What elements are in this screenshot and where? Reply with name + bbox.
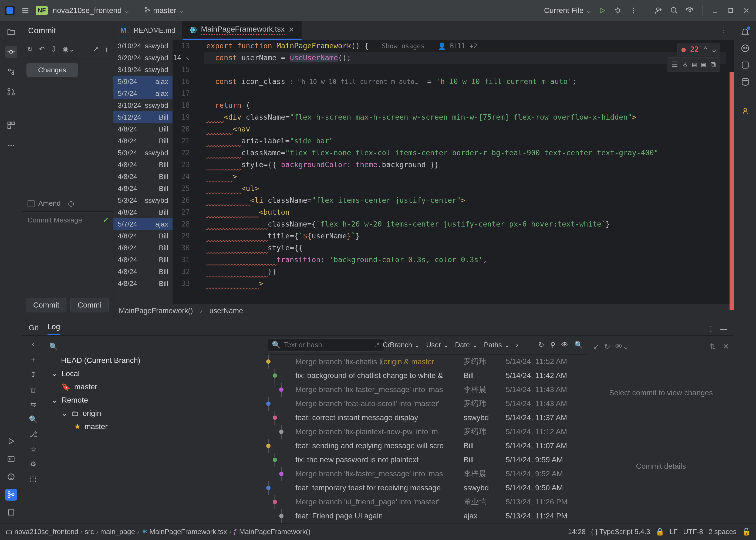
blame-row[interactable]: 5/3/24sswybd: [113, 147, 173, 159]
error-stripe[interactable]: [726, 40, 734, 304]
collapse-icon[interactable]: ‹: [32, 340, 34, 348]
copy-icon[interactable]: ⧉: [711, 60, 716, 69]
reader-mode-toolbar[interactable]: ☰ ♁ ▤ ▣ ⧉: [667, 57, 720, 72]
services-tool-icon[interactable]: [5, 119, 17, 131]
undo-icon[interactable]: ↶: [39, 45, 45, 54]
find-log-icon[interactable]: 🔍: [574, 341, 583, 349]
problems-tool-icon[interactable]: [5, 471, 17, 483]
blame-row[interactable]: 4/8/24Bill: [113, 254, 173, 266]
blame-row[interactable]: 4/8/24Bill: [113, 183, 173, 195]
terminal-tool-icon[interactable]: [5, 453, 17, 465]
project-tool-icon[interactable]: [5, 26, 17, 38]
changes-tab[interactable]: Changes: [27, 63, 78, 77]
run-config[interactable]: Current File ⌄: [544, 6, 592, 15]
blame-row[interactable]: 5/12/24Bill: [113, 111, 173, 123]
filter-branch[interactable]: Branch ⌄: [390, 341, 420, 349]
tree-origin-master[interactable]: ★master: [44, 420, 263, 433]
log-search-input[interactable]: [284, 341, 372, 349]
refresh-log-icon[interactable]: ↻: [538, 341, 544, 349]
tree-local[interactable]: ⌄Local: [44, 367, 263, 380]
checkout-icon[interactable]: ↧: [30, 371, 36, 379]
ai-assistant-icon[interactable]: [741, 44, 750, 53]
find-branch-icon[interactable]: 🔍: [29, 415, 38, 424]
code-editor[interactable]: ●22 ⌃ ⌄ ☰ ♁ ▤ ▣ ⧉ export function MainPa…: [204, 40, 726, 304]
details-close-icon[interactable]: ✕: [723, 342, 729, 351]
history-icon[interactable]: ◷: [68, 199, 74, 207]
tabs-more-icon[interactable]: ⋮: [714, 21, 734, 40]
blame-row[interactable]: 4/8/24Bill: [113, 123, 173, 135]
commit-row[interactable]: Merge branch 'feat-auto-scroll' into 'ma…: [263, 397, 588, 411]
close-tab-icon[interactable]: ✕: [288, 26, 294, 34]
build-tool-icon[interactable]: [5, 506, 17, 518]
commit-row[interactable]: Merge branch 'ui_friend_page' into 'mast…: [263, 495, 588, 509]
hierarchy-icon[interactable]: ♁: [683, 60, 687, 69]
commit-row[interactable]: feat: Friend page UI again ajax 5/13/24,…: [263, 509, 588, 523]
new-branch-icon[interactable]: ＋: [30, 355, 37, 364]
main-menu-icon[interactable]: [20, 5, 31, 16]
run-tool-icon[interactable]: [5, 435, 17, 447]
notifications-icon[interactable]: [741, 27, 750, 36]
refresh-icon[interactable]: ↻: [27, 45, 33, 54]
vcs-tool-icon[interactable]: [5, 489, 17, 500]
status-linesep[interactable]: LF: [670, 528, 678, 536]
amend-checkbox[interactable]: [28, 200, 35, 207]
amend-row[interactable]: Amend ◷: [22, 196, 113, 211]
structure-tool-icon[interactable]: [5, 66, 17, 78]
commit-button[interactable]: Commit: [26, 298, 66, 312]
status-encoding[interactable]: UTF-8: [683, 528, 703, 536]
commit-row[interactable]: Merge branch 'fix-faster_message' into '…: [263, 383, 588, 397]
compare-icon[interactable]: ⇆: [30, 400, 36, 409]
list-view-icon[interactable]: ☰: [672, 60, 678, 69]
hide-git-icon[interactable]: —: [720, 325, 727, 333]
blame-row[interactable]: 5/7/24ajax: [113, 218, 173, 230]
blame-row[interactable]: 5/7/24ajax: [113, 87, 173, 99]
commit-row[interactable]: feat: temporary toast for receiving mess…: [263, 481, 588, 495]
status-lang[interactable]: { } TypeScript 5.4.3: [591, 528, 650, 536]
image-view-icon[interactable]: ▣: [701, 60, 706, 69]
branch-search-icon[interactable]: 🔍: [49, 342, 58, 351]
filter-icon[interactable]: ⚙: [30, 460, 36, 468]
maximize-icon[interactable]: [725, 5, 736, 16]
commit-row[interactable]: Merge branch 'fix-faster_message' into '…: [263, 467, 588, 481]
details-eye-icon[interactable]: 👁⌄: [615, 342, 629, 351]
blame-row[interactable]: 4/8/24Bill: [113, 242, 173, 254]
run-icon[interactable]: [597, 5, 607, 16]
blame-row[interactable]: 5/9/24ajax: [113, 75, 173, 87]
blame-row[interactable]: 3/10/24sswybd: [113, 40, 173, 52]
git-tab-log[interactable]: Log: [48, 323, 60, 336]
tab-readme[interactable]: M↓ README.md: [113, 21, 183, 40]
blame-row[interactable]: 4/8/24Bill: [113, 159, 173, 171]
blame-row[interactable]: 4/8/24Bill: [113, 278, 173, 289]
filter-paths[interactable]: Paths ⌄: [484, 341, 510, 349]
details-updown-icon[interactable]: ⇅: [709, 342, 716, 351]
blame-row[interactable]: 4/8/24Bill: [113, 206, 173, 218]
tree-local-master[interactable]: 🔖master: [44, 380, 263, 393]
next-highlight-icon[interactable]: ⌄: [712, 45, 716, 54]
export-icon[interactable]: ⬚: [30, 474, 37, 483]
blame-row[interactable]: 3/19/24sswybd: [113, 64, 173, 75]
tree-remote[interactable]: ⌄Remote: [44, 393, 263, 407]
favorite-icon[interactable]: ☆: [30, 445, 36, 453]
debug-icon[interactable]: [612, 5, 623, 16]
expand-all-icon[interactable]: ↕: [105, 45, 108, 54]
commit-row[interactable]: fix: background of chatlist change to wh…: [263, 368, 588, 383]
cherry-pick-icon[interactable]: ⚲: [550, 341, 556, 349]
nav-bar[interactable]: 🗀 nova210se_frontend › src › main_page ›…: [5, 528, 311, 536]
delete-branch-icon[interactable]: 🗑: [30, 386, 37, 394]
close-icon[interactable]: [741, 5, 752, 16]
editor-breadcrumb[interactable]: MainPageFramework()›userName: [113, 304, 734, 318]
status-lock-icon[interactable]: 🔒: [656, 528, 664, 536]
blame-row[interactable]: 4/8/24Bill: [113, 230, 173, 242]
commit-tool-icon[interactable]: [5, 46, 17, 58]
details-back-icon[interactable]: ↙: [593, 342, 599, 351]
filter-more-icon[interactable]: ›: [516, 341, 518, 349]
commit-row[interactable]: Merge branch 'fix-chatlis ⟪origin & mast…: [263, 354, 588, 368]
prev-highlight-icon[interactable]: ⌃: [703, 45, 707, 54]
blame-row[interactable]: 5/3/24sswybd: [113, 195, 173, 206]
blame-row[interactable]: 4/8/24Bill: [113, 135, 173, 147]
annotate-blame-column[interactable]: 3/10/24sswybd3/20/24sswybd3/19/24sswybd5…: [113, 40, 173, 304]
commit-and-push-button[interactable]: Commi: [70, 298, 109, 312]
branches-tree[interactable]: 🔍 HEAD (Current Branch) ⌄Local 🔖master ⌄…: [44, 336, 263, 523]
more-tools-icon[interactable]: [5, 139, 17, 151]
details-redo-icon[interactable]: ↻: [604, 342, 610, 351]
